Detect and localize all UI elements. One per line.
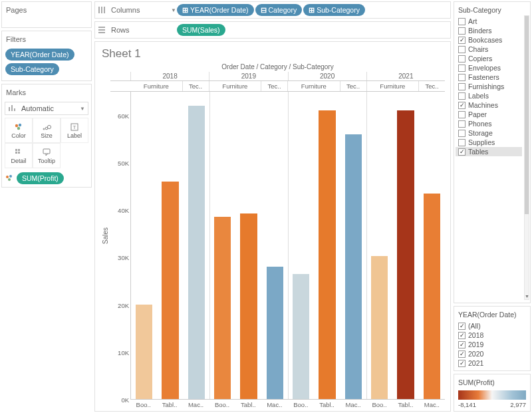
subcat-row-bookcases[interactable]: Bookcases: [458, 35, 529, 45]
y-axis-label: Sales: [100, 63, 110, 408]
checkbox-label: Storage: [468, 129, 493, 137]
bar[interactable]: [345, 134, 362, 399]
checkbox-label: Machines: [468, 101, 498, 109]
expand-icon: ⊞: [309, 6, 315, 14]
bar[interactable]: [214, 217, 231, 399]
marks-tooltip-button[interactable]: Tooltip: [33, 143, 61, 168]
checkbox[interactable]: [458, 37, 466, 44]
expand-icon: ⊞: [182, 6, 188, 14]
marks-type-select[interactable]: Automatic ▼: [5, 102, 88, 115]
marks-profit-pill[interactable]: SUM(Profit): [17, 172, 64, 184]
subcat-row-binders[interactable]: Binders: [458, 26, 529, 35]
subcat-row-supplies[interactable]: Supplies: [458, 138, 529, 147]
checkbox-label: Binders: [468, 27, 492, 35]
year-row-2021[interactable]: 2021: [458, 358, 529, 368]
scroll-thumb[interactable]: [525, 16, 529, 214]
x-tick: Tabl..: [235, 400, 261, 408]
y-tick: 30K: [118, 254, 129, 261]
svg-point-17: [9, 175, 12, 178]
checkbox[interactable]: [458, 148, 466, 156]
checkbox[interactable]: [458, 332, 466, 339]
checkbox[interactable]: [458, 55, 466, 63]
marks-label-button[interactable]: T Label: [61, 118, 88, 143]
subcat-row-fasteners[interactable]: Fasteners: [458, 72, 529, 82]
color-dots-icon: [5, 174, 14, 183]
checkbox[interactable]: [458, 83, 466, 90]
checkbox-label: Phones: [468, 120, 492, 128]
year-row-2018[interactable]: 2018: [458, 331, 529, 340]
checkbox[interactable]: [458, 139, 466, 146]
checkbox-label: Supplies: [468, 138, 495, 146]
subcat-row-envelopes[interactable]: Envelopes: [458, 63, 529, 72]
sheet-view[interactable]: Sheet 1 Sales Order Date / Category / Su…: [94, 41, 451, 412]
svg-point-6: [43, 128, 45, 130]
year-row-(All)[interactable]: (All): [458, 321, 529, 331]
subcat-row-storage[interactable]: Storage: [458, 128, 529, 138]
bar[interactable]: [397, 110, 414, 399]
columns-label: Columns: [111, 6, 140, 14]
checkbox-label: 2019: [468, 341, 483, 348]
bar[interactable]: [188, 106, 205, 399]
scroll-down-arrow[interactable]: ▼: [525, 294, 529, 299]
checkbox[interactable]: [458, 111, 466, 118]
grid-line: [288, 92, 289, 399]
checkbox[interactable]: [458, 120, 466, 128]
checkbox-label: Envelopes: [468, 64, 501, 72]
filter-year-pill[interactable]: YEAR(Order Date): [5, 49, 74, 61]
bar[interactable]: [371, 256, 388, 399]
subcat-row-chairs[interactable]: Chairs: [458, 45, 529, 54]
subcat-row-furnishings[interactable]: Furnishings: [458, 82, 529, 91]
checkbox[interactable]: [458, 323, 466, 330]
marks-type-label: Automatic: [21, 104, 54, 112]
subcat-row-phones[interactable]: Phones: [458, 119, 529, 128]
checkbox[interactable]: [458, 130, 466, 137]
checkbox[interactable]: [458, 65, 466, 72]
marks-card: Marks Automatic ▼ Color Size: [1, 84, 92, 188]
svg-point-3: [15, 124, 18, 126]
y-tick: 0K: [121, 396, 129, 404]
category-header: Furniture: [130, 81, 182, 91]
bar[interactable]: [267, 267, 283, 399]
marks-color-button[interactable]: Color: [5, 118, 33, 143]
checkbox[interactable]: [458, 74, 466, 81]
checkbox[interactable]: [458, 341, 466, 348]
col-pill-subcategory[interactable]: ⊞Sub-Category: [303, 4, 365, 16]
row-pill-sales[interactable]: SUM(Sales): [177, 24, 225, 36]
filters-shelf[interactable]: Filters YEAR(Order Date) Sub-Category: [1, 31, 92, 81]
checkbox[interactable]: [458, 360, 466, 367]
subcat-row-copiers[interactable]: Copiers: [458, 54, 529, 63]
checkbox[interactable]: [458, 102, 466, 109]
year-row-2020[interactable]: 2020: [458, 349, 529, 358]
x-tick: Mac..: [183, 400, 209, 408]
bar[interactable]: [319, 110, 335, 399]
year-row-2019[interactable]: 2019: [458, 340, 529, 349]
marks-detail-button[interactable]: Detail: [5, 143, 33, 168]
grid-line: [209, 92, 210, 399]
category-header: Furniture: [209, 81, 261, 91]
checkbox[interactable]: [458, 92, 466, 100]
columns-shelf[interactable]: Columns ▼ ⊞YEAR(Order Date) ⊟Category ⊞S…: [94, 1, 451, 19]
subcat-row-labels[interactable]: Labels: [458, 91, 529, 100]
bar[interactable]: [136, 305, 152, 399]
bar[interactable]: [424, 194, 440, 399]
checkbox[interactable]: [458, 350, 466, 358]
x-tick: Mac..: [261, 400, 287, 408]
bar[interactable]: [293, 274, 309, 399]
bar[interactable]: [240, 213, 257, 399]
checkbox[interactable]: [458, 46, 466, 53]
bar[interactable]: [162, 182, 178, 399]
col-pill-year[interactable]: ⊞YEAR(Order Date): [177, 4, 254, 16]
subcat-row-tables[interactable]: Tables: [456, 147, 522, 156]
subcat-row-paper[interactable]: Paper: [458, 110, 529, 119]
scrollbar[interactable]: ▼: [524, 15, 529, 300]
subcat-row-art[interactable]: Art: [458, 17, 529, 26]
checkbox[interactable]: [458, 18, 466, 25]
subcat-row-machines[interactable]: Machines: [458, 100, 529, 110]
checkbox[interactable]: [458, 27, 466, 35]
filter-subcat-pill[interactable]: Sub-Category: [5, 63, 59, 75]
col-pill-category[interactable]: ⊟Category: [255, 4, 303, 16]
marks-size-button[interactable]: Size: [33, 118, 61, 143]
category-header: Tec..: [340, 81, 366, 91]
pages-shelf[interactable]: Pages: [1, 1, 92, 28]
rows-shelf[interactable]: Rows SUM(Sales): [94, 21, 451, 39]
